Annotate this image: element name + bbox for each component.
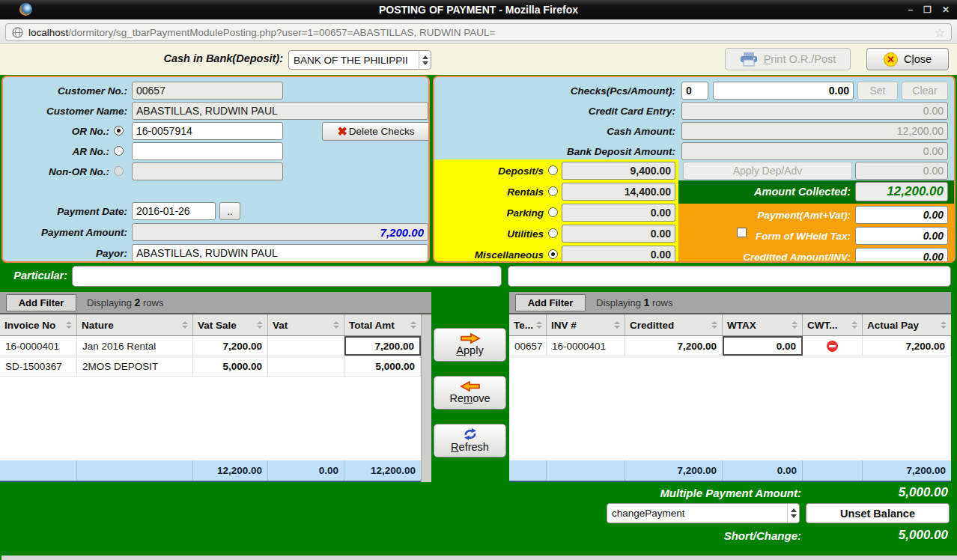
bank-select[interactable]: BANK OF THE PHILIPPII [288, 50, 431, 70]
clear-button[interactable]: Clear [902, 82, 948, 100]
column-header-vat-sale[interactable]: Vat Sale [193, 314, 268, 335]
payment-amount-field[interactable] [132, 223, 428, 241]
clear-button-label: Clear [912, 85, 937, 97]
rentals-radio[interactable] [548, 186, 558, 196]
table-row[interactable]: 16-0000401 Jan 2016 Rental 7,200.00 7,20… [0, 336, 421, 356]
non-or-no-radio[interactable] [114, 166, 124, 176]
maximize-icon[interactable]: ❒ [923, 5, 932, 14]
table-row[interactable]: 00657 16-0000401 7,200.00 0.00 7,200.00 [509, 336, 951, 356]
url-input[interactable]: localhost/dormitory/sg_tbarPaymentModule… [5, 23, 952, 41]
close-button[interactable]: ✕ Close [866, 48, 949, 70]
creditted-amount-field[interactable] [855, 248, 948, 263]
cell-tenant: 00657 [509, 336, 547, 356]
column-header-creditted[interactable]: Creditted [625, 314, 723, 335]
ar-no-radio[interactable] [114, 146, 124, 156]
payment-date-field[interactable] [132, 202, 216, 220]
footer-vat-total: 0.00 [268, 460, 344, 481]
printer-icon [740, 52, 758, 67]
print-or-post-button[interactable]: Print O.R./Post [725, 48, 851, 70]
column-header-invoice-no[interactable]: Invoice No [0, 314, 77, 335]
creditted-amount-label: Creditted Amount/INV: [607, 252, 851, 263]
column-header-actual-pay[interactable]: Actual Pay [863, 314, 951, 335]
cell-creditted: 7,200.00 [625, 336, 723, 356]
non-or-no-field[interactable] [132, 162, 283, 180]
select-stepper-icon [419, 51, 431, 69]
amount-collected-field[interactable] [855, 182, 948, 201]
delete-checks-label: Delete Checks [349, 126, 415, 137]
refresh-button[interactable]: Refresh [434, 424, 506, 457]
checks-pcs-field[interactable] [681, 82, 708, 100]
invoice-table-header: Invoice No Nature Vat Sale Vat Total Amt [0, 314, 421, 336]
ar-no-field[interactable] [132, 142, 283, 160]
particular-right-field[interactable] [508, 266, 951, 287]
ar-no-label: AR No.: [3, 146, 109, 157]
add-filter-button-right[interactable]: Add Filter [515, 294, 586, 311]
deposits-radio[interactable] [548, 165, 558, 175]
apply-dep-adv-button[interactable]: Apply Dep/Adv [683, 162, 852, 180]
set-button[interactable]: Set [857, 82, 898, 100]
column-header-inv[interactable]: INV # [547, 314, 625, 335]
credit-card-field[interactable] [681, 102, 948, 120]
bank-deposit-field[interactable] [681, 142, 948, 160]
column-header-wtax[interactable]: WTAX [723, 314, 803, 335]
column-header-nature[interactable]: Nature [77, 314, 193, 335]
cash-in-bank-label: Cash in Bank(Deposit): [0, 52, 283, 64]
or-no-radio[interactable] [114, 126, 124, 136]
add-filter-button-left[interactable]: Add Filter [6, 294, 76, 311]
sort-icon [708, 321, 717, 329]
column-header-vat[interactable]: Vat [268, 314, 344, 335]
close-x-icon: ✕ [884, 52, 898, 67]
customer-name-field[interactable] [132, 102, 428, 120]
delete-x-icon: ✖ [337, 126, 347, 138]
unset-balance-button[interactable]: Unset Balance [806, 503, 950, 523]
cash-amount-field[interactable] [681, 122, 948, 140]
table-row[interactable]: SD-1500367 2MOS DEPOSIT 5,000.00 5,000.0… [0, 356, 421, 377]
set-button-label: Set [869, 85, 885, 97]
remove-button[interactable]: Remove [434, 376, 506, 410]
customer-no-field[interactable] [132, 82, 283, 100]
applied-payments-table: Add Filter Displaying 1 rows Te... INV #… [509, 292, 951, 482]
cell-inv: 16-0000401 [547, 336, 625, 356]
delete-checks-button[interactable]: ✖ Delete Checks [322, 122, 430, 141]
cell-invoice-no: 16-0000401 [0, 336, 77, 356]
horizontal-scrollbar[interactable] [1, 556, 957, 560]
sort-icon [789, 321, 798, 329]
app-window: POSTING OF PAYMENT - Mozilla Firefox – ❒… [0, 0, 957, 560]
payment-date-label: Payment Date: [3, 206, 127, 217]
title-bar: POSTING OF PAYMENT - Mozilla Firefox – ❒… [0, 0, 957, 19]
apply-button[interactable]: Apply [434, 328, 506, 362]
checks-amount-field[interactable] [713, 82, 854, 100]
sort-icon [611, 321, 620, 329]
window-close-icon[interactable]: ✕ [942, 5, 950, 14]
parking-radio[interactable] [548, 207, 558, 217]
apply-dep-adv-field[interactable] [855, 162, 948, 180]
scrollbar[interactable] [421, 314, 431, 482]
customer-no-label: Customer No.: [3, 85, 127, 97]
particular-left-field[interactable] [72, 266, 502, 287]
firefox-icon [19, 3, 32, 16]
minimize-icon[interactable]: – [908, 5, 913, 14]
globe-icon [12, 27, 23, 38]
minus-circle-icon[interactable] [827, 341, 838, 352]
bookmark-star-icon[interactable]: ☆ [935, 25, 945, 40]
sort-icon [63, 321, 72, 329]
footer-wtax-total: 0.00 [723, 460, 803, 481]
column-header-tenant[interactable]: Te... [509, 314, 547, 335]
payor-field[interactable] [132, 244, 428, 262]
or-no-field[interactable] [132, 122, 283, 140]
applied-table-filter-bar: Add Filter Displaying 1 rows [509, 292, 951, 314]
wheld-tax-field[interactable] [855, 227, 948, 245]
deposits-field[interactable] [562, 162, 675, 180]
date-picker-button[interactable]: .. [219, 202, 240, 220]
displaying-rows-right: Displaying 1 rows [596, 296, 672, 308]
column-header-total-amt[interactable]: Total Amt [344, 314, 421, 335]
cell-cwt [803, 336, 863, 356]
apply-button-label: Apply [456, 344, 483, 356]
payment-mode-select[interactable]: changePayment [607, 503, 800, 523]
miscellaneous-radio[interactable] [548, 249, 558, 259]
cell-actual-pay: 7,200.00 [863, 336, 951, 356]
utilities-radio[interactable] [548, 228, 558, 238]
payment-amt-vat-field[interactable] [855, 206, 948, 224]
rentals-label: Rentals [434, 186, 544, 198]
column-header-cwt[interactable]: CWT... [803, 314, 863, 335]
